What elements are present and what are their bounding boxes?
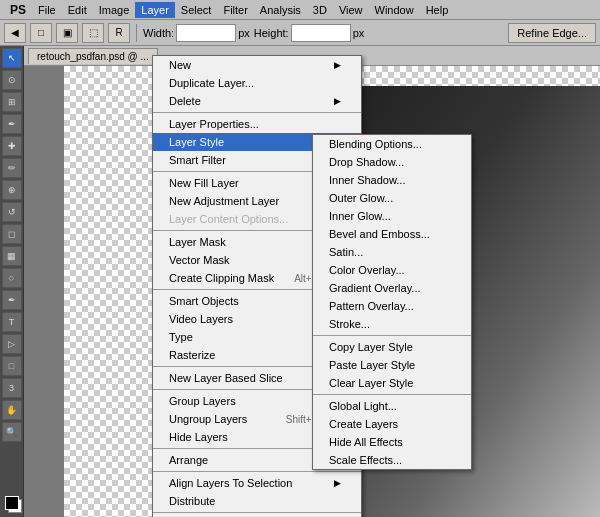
- menu-item-distribute[interactable]: Distribute: [153, 492, 361, 510]
- menu-window[interactable]: Window: [369, 2, 420, 18]
- tool-zoom[interactable]: 🔍: [2, 422, 22, 442]
- submenu-gradient-overlay[interactable]: Gradient Overlay...: [313, 279, 471, 297]
- tool-select[interactable]: ↖: [2, 48, 22, 68]
- submenu-create-layers[interactable]: Create Layers: [313, 415, 471, 433]
- tools-panel: ↖ ⊙ ⊞ ✒ ✚ ✏ ⊕ ↺ ◻ ▦ ○ ✒ T ▷ □ 3 ✋ 🔍: [0, 46, 24, 517]
- menu-help[interactable]: Help: [420, 2, 455, 18]
- height-field: Height: px: [254, 24, 364, 42]
- submenu-inner-glow[interactable]: Inner Glow...: [313, 207, 471, 225]
- swatch-container: [2, 493, 22, 513]
- color-swatches: [2, 493, 22, 513]
- refine-edge-button[interactable]: Refine Edge...: [508, 23, 596, 43]
- tool-crop[interactable]: ⊞: [2, 92, 22, 112]
- tool-shape[interactable]: □: [2, 356, 22, 376]
- sub-sep2: [313, 394, 471, 395]
- tool-clone[interactable]: ⊕: [2, 180, 22, 200]
- width-label: Width:: [143, 27, 174, 39]
- menu-edit[interactable]: Edit: [62, 2, 93, 18]
- canvas-area: retouch_psdfan.psd @ ... New ▶ Duplicate…: [24, 46, 600, 517]
- menu-item-new[interactable]: New ▶: [153, 56, 361, 74]
- submenu-bevel[interactable]: Bevel and Emboss...: [313, 225, 471, 243]
- ps-logo[interactable]: PS: [4, 1, 32, 19]
- submenu-global-light[interactable]: Global Light...: [313, 397, 471, 415]
- sep8: [153, 471, 361, 472]
- menu-file[interactable]: File: [32, 2, 62, 18]
- menu-filter[interactable]: Filter: [217, 2, 253, 18]
- submenu-hide-effects[interactable]: Hide All Effects: [313, 433, 471, 451]
- submenu-stroke[interactable]: Stroke...: [313, 315, 471, 333]
- menu-3d[interactable]: 3D: [307, 2, 333, 18]
- toolbar-arrow[interactable]: ◀: [4, 23, 26, 43]
- toolbar-btn2[interactable]: ▣: [56, 23, 78, 43]
- tool-history[interactable]: ↺: [2, 202, 22, 222]
- height-input[interactable]: [291, 24, 351, 42]
- document-tab[interactable]: retouch_psdfan.psd @ ...: [28, 48, 158, 64]
- tool-3d[interactable]: 3: [2, 378, 22, 398]
- menu-item-duplicate[interactable]: Duplicate Layer...: [153, 74, 361, 92]
- foreground-swatch[interactable]: [5, 496, 19, 510]
- submenu-inner-shadow[interactable]: Inner Shadow...: [313, 171, 471, 189]
- tool-gradient[interactable]: ▦: [2, 246, 22, 266]
- width-field: Width: px: [143, 24, 250, 42]
- menu-analysis[interactable]: Analysis: [254, 2, 307, 18]
- sep1: [153, 112, 361, 113]
- tool-eyedropper[interactable]: ✒: [2, 114, 22, 134]
- tool-dodge[interactable]: ○: [2, 268, 22, 288]
- submenu-paste-style[interactable]: Paste Layer Style: [313, 356, 471, 374]
- submenu-clear-style[interactable]: Clear Layer Style: [313, 374, 471, 392]
- menu-item-align-layers[interactable]: Align Layers To Selection ▶: [153, 474, 361, 492]
- toolbar: ◀ □ ▣ ⬚ R Width: px Height: px Refine Ed…: [0, 20, 600, 46]
- height-label: Height:: [254, 27, 289, 39]
- tool-hand[interactable]: ✋: [2, 400, 22, 420]
- menu-select[interactable]: Select: [175, 2, 218, 18]
- submenu-pattern-overlay[interactable]: Pattern Overlay...: [313, 297, 471, 315]
- tool-lasso[interactable]: ⊙: [2, 70, 22, 90]
- menu-view[interactable]: View: [333, 2, 369, 18]
- menu-item-layer-props[interactable]: Layer Properties...: [153, 115, 361, 133]
- tool-path[interactable]: ▷: [2, 334, 22, 354]
- tool-brush[interactable]: ✏: [2, 158, 22, 178]
- tool-heal[interactable]: ✚: [2, 136, 22, 156]
- menu-image[interactable]: Image: [93, 2, 136, 18]
- tool-eraser[interactable]: ◻: [2, 224, 22, 244]
- width-unit: px: [238, 27, 250, 39]
- sub-sep1: [313, 335, 471, 336]
- height-unit: px: [353, 27, 365, 39]
- width-input[interactable]: [176, 24, 236, 42]
- menu-item-delete[interactable]: Delete ▶: [153, 92, 361, 110]
- main-layout: ↖ ⊙ ⊞ ✒ ✚ ✏ ⊕ ↺ ◻ ▦ ○ ✒ T ▷ □ 3 ✋ 🔍 reto…: [0, 46, 600, 517]
- layer-style-submenu: Blending Options... Drop Shadow... Inner…: [312, 134, 472, 470]
- tool-type[interactable]: T: [2, 312, 22, 332]
- submenu-outer-glow[interactable]: Outer Glow...: [313, 189, 471, 207]
- sep9: [153, 512, 361, 513]
- toolbar-sep1: [136, 24, 137, 42]
- menu-bar: PS File Edit Image Layer Select Filter A…: [0, 0, 600, 20]
- submenu-drop-shadow[interactable]: Drop Shadow...: [313, 153, 471, 171]
- submenu-copy-style[interactable]: Copy Layer Style: [313, 338, 471, 356]
- toolbar-btn4[interactable]: R: [108, 23, 130, 43]
- submenu-satin[interactable]: Satin...: [313, 243, 471, 261]
- menu-layer[interactable]: Layer: [135, 2, 175, 18]
- submenu-color-overlay[interactable]: Color Overlay...: [313, 261, 471, 279]
- tool-pen[interactable]: ✒: [2, 290, 22, 310]
- toolbar-btn1[interactable]: □: [30, 23, 52, 43]
- submenu-scale-effects[interactable]: Scale Effects...: [313, 451, 471, 469]
- submenu-blending[interactable]: Blending Options...: [313, 135, 471, 153]
- toolbar-btn3[interactable]: ⬚: [82, 23, 104, 43]
